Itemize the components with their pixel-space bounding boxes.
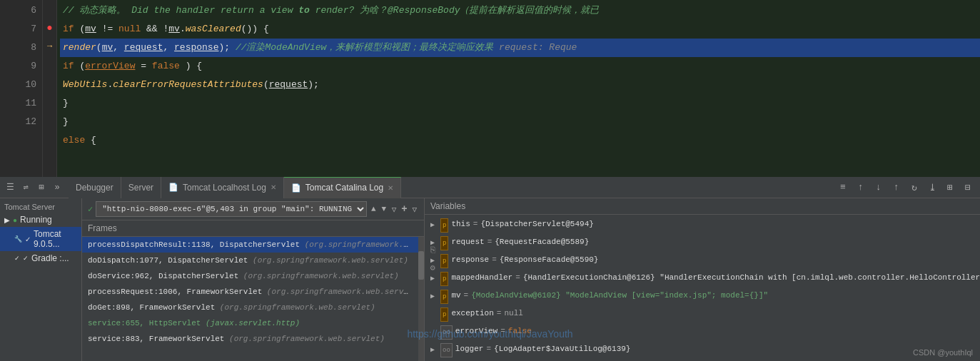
code-line-else: else {: [60, 131, 980, 150]
code-content: // 动态策略。 Did the handler return a view t…: [57, 0, 980, 177]
tab-server[interactable]: Server: [121, 177, 161, 198]
copy-icon[interactable]: ⎘: [425, 243, 440, 258]
code-line-11: }: [60, 94, 980, 113]
code-line-9: if (errorView = false ) {: [60, 57, 980, 76]
thread-status-icon: ✓: [88, 204, 93, 215]
thread-up-icon[interactable]: ▲: [370, 203, 377, 215]
variable-this[interactable]: ▶ p this = {DispatcherServlet@5494}: [425, 216, 980, 234]
side-actions: ⎘ ⚙: [425, 243, 440, 275]
frame-item[interactable]: service:655, HttpServlet (javax.servlet.…: [82, 315, 418, 331]
line-numbers: 6 7 8 9 10 11 12: [0, 0, 43, 177]
tab-more-icon[interactable]: »: [50, 180, 64, 195]
frames-panel: ✓ "http-nio-8080-exec-6"@5,403 in group …: [82, 198, 425, 361]
server-gradle-item[interactable]: ✓ ✓ Gradle :...: [0, 251, 81, 265]
gutter: ● →: [43, 0, 57, 177]
p-icon: p: [440, 290, 448, 304]
catalina-log-icon: 📄: [291, 183, 301, 193]
variables-header: Variables: [425, 198, 980, 215]
tab-tomcat-localhost[interactable]: 📄 Tomcat Localhost Log ✕: [161, 177, 284, 198]
frames-header: Frames: [82, 220, 424, 237]
gradle-sub-icon: ✓: [23, 255, 29, 262]
code-line-7: if (mv != null && !mv.wasCleared()) {: [60, 20, 980, 39]
server-tomcat-item[interactable]: 🔧 ✓ Tomcat 9.0.5...: [0, 227, 81, 251]
tomcat-expand-icon: 🔧: [14, 235, 22, 243]
center-watermark: https://github.com/youthIql/JavaYouth: [407, 328, 572, 340]
tab-left-icons: ☰ ⇌ ⊞ »: [3, 180, 64, 195]
watermark: CSDN @youthIql: [913, 348, 973, 357]
variable-exception[interactable]: ▶ p exception = null: [425, 305, 980, 323]
resume-icon[interactable]: ≡: [835, 180, 851, 195]
debug-toolbar: ≡ ↑ ↓ ↑ ↻ ⤓ ⊞ ⊟: [835, 180, 980, 195]
frame-item[interactable]: doGet:898, FrameworkServlet (org.springf…: [82, 300, 418, 315]
frames-list: processDispatchResult:1138, DispatcherSe…: [82, 237, 418, 361]
breakpoint-icon[interactable]: ●: [46, 22, 52, 34]
variable-mv[interactable]: ▶ p mv = {ModelAndView@6102} "ModelAndVi…: [425, 288, 980, 305]
step-over-icon[interactable]: ↑: [853, 180, 869, 195]
variable-mappedhandler[interactable]: ▶ p mappedHandler = {HandlerExecutionCha…: [425, 270, 980, 288]
frames-scrollbar-thumb: [418, 251, 424, 280]
localhost-log-icon: 📄: [168, 183, 178, 192]
frame-item[interactable]: processRequest:1006, FrameworkServlet (o…: [82, 284, 418, 300]
frame-item[interactable]: doService:962, DispatcherServlet (org.sp…: [82, 268, 418, 284]
tab-tomcat-catalina[interactable]: 📄 Tomcat Catalina Log ✕: [284, 177, 401, 198]
code-line-12: }: [60, 113, 980, 131]
variable-request[interactable]: ▶ p request = {RequestFacade@5589}: [425, 234, 980, 252]
expand-icon: ▶: [430, 344, 438, 357]
code-line-6: // 动态策略。 Did the handler return a view t…: [60, 1, 980, 20]
tab-bar: ☰ ⇌ ⊞ » Debugger Server 📄 Tomcat Localho…: [0, 177, 980, 198]
frame-item[interactable]: processDispatchResult:1138, DispatcherSe…: [82, 237, 418, 253]
evaluate-icon[interactable]: ⤓: [924, 180, 940, 195]
close-catalina-log-button[interactable]: ✕: [388, 184, 393, 192]
code-line-10: WebUtils.clearErrorRequestAttributes(req…: [60, 76, 980, 94]
tab-debugger[interactable]: Debugger: [69, 177, 121, 198]
debug-arrow-icon: →: [47, 41, 52, 51]
running-status-icon: ●: [13, 216, 17, 224]
server-sidebar: Tomcat Server ▶ ● Running 🔧 ✓ Tomcat 9.0…: [0, 198, 82, 361]
close-localhost-log-button[interactable]: ✕: [271, 183, 276, 191]
frames-scrollbar[interactable]: [418, 237, 424, 361]
server-expand-icon: ▶: [4, 216, 10, 224]
variable-logger[interactable]: ▶ oo logger = {LogAdapter$JavaUtilLog@61…: [425, 341, 980, 359]
thread-dropdown[interactable]: "http-nio-8080-exec-6"@5,403 in group "m…: [96, 201, 367, 217]
thread-down-icon[interactable]: ▼: [380, 203, 388, 215]
add-frame-button[interactable]: +: [400, 203, 408, 215]
code-editor: 6 7 8 9 10 11 12 ● → // 动态策略。 Did the ha…: [0, 0, 980, 177]
oo-icon: oo: [440, 343, 453, 357]
variable-response[interactable]: ▶ p response = {ResponseFacade@5590}: [425, 252, 980, 270]
frame-item[interactable]: service:883, FrameworkServlet (org.sprin…: [82, 331, 418, 347]
step-into-icon[interactable]: ↓: [871, 180, 886, 195]
filter-icon[interactable]: ▽: [390, 203, 398, 215]
code-line-8: render(mv, request, response); //渲染ModeA…: [60, 39, 980, 57]
gear-icon[interactable]: ⚙: [425, 260, 440, 275]
p-icon: p: [440, 218, 448, 233]
step-out-icon[interactable]: ↑: [889, 180, 904, 195]
watches-icon[interactable]: ⊞: [942, 180, 958, 195]
frame-item[interactable]: doDispatch:1077, DispatcherServlet (org.…: [82, 253, 418, 268]
server-running-item[interactable]: ▶ ● Running: [0, 213, 81, 227]
tab-scroll-left-icon[interactable]: ☰: [3, 180, 17, 195]
thread-selector: ✓ "http-nio-8080-exec-6"@5,403 in group …: [82, 198, 424, 220]
tab-scroll-right-icon[interactable]: ⇌: [19, 180, 33, 195]
settings-icon[interactable]: ⊟: [960, 180, 976, 195]
gradle-icon: ✓: [14, 255, 20, 262]
more-frames-icon[interactable]: ▽: [411, 203, 418, 215]
tomcat-sub-icon: ✓: [25, 235, 31, 243]
p-icon: p: [440, 254, 448, 268]
expand-icon: ▶: [430, 219, 438, 232]
p-icon: p: [440, 236, 448, 250]
p-icon: p: [440, 272, 448, 286]
p-icon: p: [440, 307, 448, 322]
expand-icon: ▶: [430, 290, 438, 303]
server-label: Tomcat Server: [0, 201, 81, 213]
tab-menu-icon[interactable]: ⊞: [34, 180, 49, 195]
run-to-cursor-icon[interactable]: ↻: [906, 180, 922, 195]
